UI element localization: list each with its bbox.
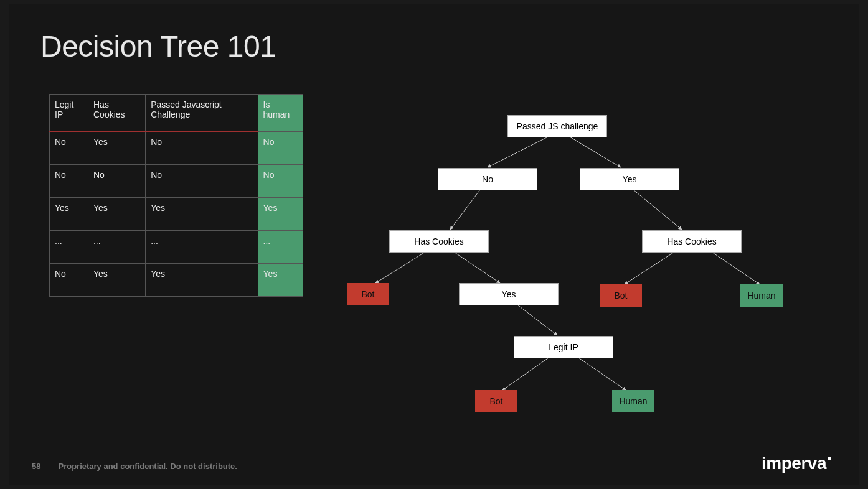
table-cell: Yes: [146, 198, 258, 231]
tree-leaf-bot: Bot: [600, 284, 642, 307]
brand-logo-text: imperva: [762, 454, 826, 473]
table-cell: No: [258, 132, 303, 165]
table-cell: Yes: [146, 264, 258, 297]
tree-leaf-human: Human: [740, 284, 783, 307]
table-header: Has Cookies: [88, 95, 145, 132]
brand-logo-dot-icon: [828, 457, 831, 460]
table-header: Passed Javascript Challenge: [146, 95, 258, 132]
truth-table: Legit IP Has Cookies Passed Javascript C…: [49, 94, 303, 297]
tree-node-has-cookies-right: Has Cookies: [642, 230, 742, 253]
confidential-notice: Proprietary and confidential. Do not dis…: [58, 462, 237, 471]
svg-line-1: [570, 137, 621, 167]
table-cell: Yes: [88, 132, 145, 165]
svg-line-7: [712, 252, 760, 284]
table-cell: No: [88, 165, 145, 198]
tree-node-legit-ip: Legit IP: [514, 336, 613, 358]
tree-edges: [327, 104, 813, 427]
table-cell: ...: [146, 231, 258, 264]
table-cell: No: [50, 165, 88, 198]
table-cell: Yes: [258, 264, 303, 297]
table-cell: No: [146, 132, 258, 165]
tree-node-yes: Yes: [580, 168, 679, 190]
table-cell: Yes: [258, 198, 303, 231]
svg-line-10: [578, 358, 626, 390]
decision-tree: Passed JS challenge No Yes Has Cookies H…: [327, 104, 813, 427]
table-header-row: Legit IP Has Cookies Passed Javascript C…: [50, 95, 303, 132]
svg-line-5: [454, 252, 500, 283]
footer: 58 Proprietary and confidential. Do not …: [32, 462, 237, 471]
table-cell: ...: [258, 231, 303, 264]
svg-line-9: [502, 358, 549, 390]
svg-line-3: [633, 190, 682, 230]
table-cell: No: [146, 165, 258, 198]
table-cell: ...: [50, 231, 88, 264]
svg-line-4: [375, 252, 425, 283]
table-cell: No: [50, 264, 88, 297]
table-header: Legit IP: [50, 95, 88, 132]
tree-node-no: No: [438, 168, 537, 190]
tree-node-yes2: Yes: [459, 283, 559, 305]
slide: Decision Tree 101 Legit IP Has Cookies P…: [9, 4, 859, 485]
table-row: ... ... ... ...: [50, 231, 303, 264]
table-cell: Yes: [88, 198, 145, 231]
table-cell: Yes: [88, 264, 145, 297]
title-divider: [40, 78, 834, 78]
page-title: Decision Tree 101: [40, 29, 276, 63]
svg-line-2: [450, 190, 480, 230]
slide-number: 58: [32, 462, 40, 471]
table-cell: No: [50, 132, 88, 165]
table-row: Yes Yes Yes Yes: [50, 198, 303, 231]
table-cell: Yes: [50, 198, 88, 231]
brand-logo: imperva: [762, 454, 831, 473]
tree-node-root: Passed JS challenge: [507, 115, 607, 137]
tree-leaf-bot: Bot: [347, 283, 389, 305]
svg-line-0: [488, 137, 548, 167]
svg-line-8: [517, 305, 557, 335]
tree-node-has-cookies-left: Has Cookies: [389, 230, 489, 253]
tree-leaf-bot: Bot: [475, 390, 517, 412]
table-row: No Yes No No: [50, 132, 303, 165]
svg-line-6: [625, 252, 674, 284]
table-header: Is human: [258, 95, 303, 132]
tree-leaf-human: Human: [612, 390, 654, 412]
table-cell: No: [258, 165, 303, 198]
table-cell: ...: [88, 231, 145, 264]
table-row: No No No No: [50, 165, 303, 198]
table-row: No Yes Yes Yes: [50, 264, 303, 297]
